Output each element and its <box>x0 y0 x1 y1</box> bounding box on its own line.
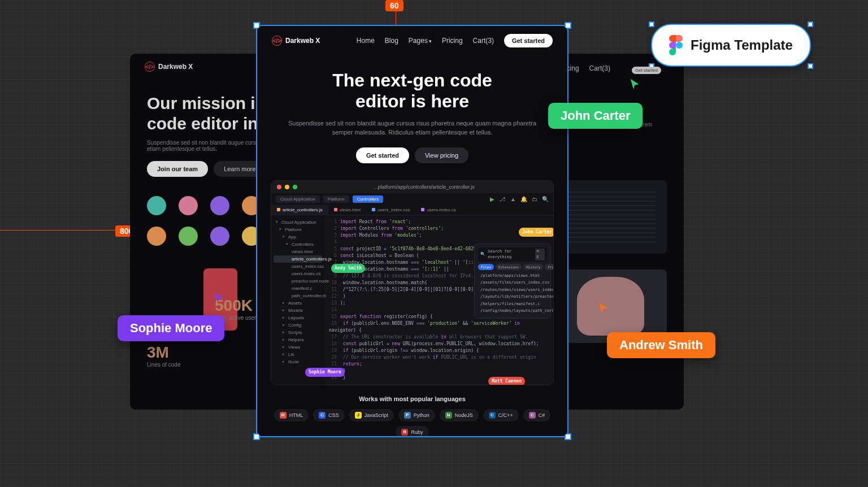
search-popover[interactable]: 🔍Search for everything⌘ E FilesExtension… <box>474 244 551 319</box>
tree-folder[interactable]: Views <box>274 343 322 351</box>
file-tab[interactable]: article_controllers.js <box>271 205 328 215</box>
tree-folder[interactable]: Lib <box>274 351 322 358</box>
logo[interactable]: </>Darkweb X <box>145 62 193 72</box>
nav-cart[interactable]: Cart(3) <box>473 37 494 45</box>
window-titlebar: ...platform/app/controllers/article_cont… <box>271 181 553 193</box>
tree-file[interactable]: users_index.css <box>274 263 322 270</box>
cursor-label-matt: Matt Cannon <box>488 377 525 385</box>
cursor-label-sophie: Sophie Moore <box>305 368 345 377</box>
tree-file[interactable]: article_controllers.js <box>274 255 322 263</box>
play-icon[interactable]: ▶ <box>490 196 494 202</box>
tree-folder[interactable]: Scripts <box>274 329 322 336</box>
chevron-down-icon: ▾ <box>429 38 432 44</box>
tree-file[interactable]: path_controller.rb <box>274 292 322 299</box>
search-result[interactable]: /layouts/lib/notifiers/preactor.conf.nod… <box>478 293 547 301</box>
file-tab[interactable]: users_index.css <box>366 205 415 215</box>
branch-icon[interactable]: ⎇ <box>499 196 506 202</box>
distance-label-vertical: 60 <box>385 0 403 11</box>
search-tab[interactable]: Extensions <box>496 264 522 270</box>
tree-folder[interactable]: Layouts <box>274 314 322 321</box>
tree-file[interactable]: users-index.cs <box>274 270 322 277</box>
avatar <box>179 227 198 246</box>
cursor-label-john: John Carter <box>519 228 554 237</box>
search-icon[interactable]: 🔍 <box>542 196 549 202</box>
bell-icon[interactable]: 🔔 <box>520 196 527 202</box>
logo-icon: </> <box>272 36 282 46</box>
nav-pricing[interactable]: Pricing <box>442 37 463 45</box>
hover-label: Get started <box>632 67 661 74</box>
language-pill: CC/C++ <box>483 409 519 421</box>
minimize-icon <box>285 185 289 189</box>
avatar <box>210 227 229 246</box>
view-pricing-button[interactable]: View pricing <box>415 147 468 163</box>
tree-folder[interactable]: Helpers <box>274 336 322 343</box>
language-pill: HHTML <box>274 409 309 421</box>
join-team-button[interactable]: Join our team <box>147 161 208 177</box>
crumb-active[interactable]: Controllers <box>353 195 384 203</box>
logo[interactable]: </>Darkweb X <box>272 36 320 46</box>
logo-icon: </> <box>145 62 155 72</box>
brand-name: Darkweb X <box>285 37 320 45</box>
editor-file-tabs: article_controllers.jsviews.htmlusers_in… <box>271 205 553 215</box>
stat-label: Lines of code <box>147 362 181 368</box>
get-started-button[interactable]: Get started <box>504 34 553 47</box>
cursor-andrew <box>597 302 609 316</box>
crumb[interactable]: Platform <box>323 195 349 203</box>
language-pills: HHTMLCCSSJJavaScriptPPythonNNodeJSCC/C++… <box>257 409 567 436</box>
figma-pill-label: Figma Template <box>691 37 793 53</box>
avatar <box>210 196 229 215</box>
resize-handle-tr[interactable] <box>808 21 813 27</box>
code-line: 3import Modules from 'modules'; <box>329 232 549 239</box>
resize-handle-br[interactable] <box>808 63 813 69</box>
nav-blog[interactable]: Blog <box>385 37 398 45</box>
search-result[interactable]: /helpers/files/manifest.c <box>478 301 547 308</box>
code-line: 16 if (publicUrl.env.NODE_ENV === 'produ… <box>329 320 549 334</box>
crumb[interactable]: Cloud Application <box>276 195 320 203</box>
figma-logo-icon <box>669 35 683 55</box>
tree-folder[interactable]: App <box>274 233 322 241</box>
search-result[interactable]: /config/nodes/layouts/path_coroder.rb <box>478 307 547 315</box>
code-line: 22 } <box>329 368 549 375</box>
cursor-label-andy: Andy Smith <box>331 264 365 273</box>
search-tab[interactable]: Files <box>478 264 494 270</box>
tree-folder[interactable]: Models <box>274 307 322 314</box>
tree-folder[interactable]: Cloud Application <box>274 219 322 226</box>
cursor-john <box>628 78 641 93</box>
brand-name: Darkweb X <box>158 63 193 71</box>
file-tree[interactable]: Cloud ApplicationPlatformAppControllersv… <box>271 215 324 385</box>
code-view[interactable]: John Carter Andy Smith Sophie Moore Matt… <box>324 215 553 385</box>
code-photo <box>554 180 667 254</box>
tree-file[interactable]: preactor.conf.node <box>274 277 322 285</box>
artboard-home[interactable]: </>Darkweb X Home Blog Pages▾ Pricing Ca… <box>257 26 567 436</box>
search-tab[interactable]: Projects <box>545 264 554 270</box>
nav-pages[interactable]: Pages▾ <box>409 37 432 45</box>
search-result[interactable]: /routes/nodes/views/users_index.cs <box>478 286 547 294</box>
get-started-button[interactable]: Get started <box>356 147 409 163</box>
language-pill: CCSS <box>313 409 345 421</box>
code-line: 21 return; <box>329 361 549 368</box>
search-result[interactable]: /platform/apps/views.html <box>478 272 547 280</box>
file-tab[interactable]: users-index.cs <box>415 205 462 215</box>
person-icon[interactable]: ▲ <box>510 196 516 202</box>
search-result[interactable]: /assets/files/users_index.css <box>478 279 547 286</box>
tree-file[interactable]: views.html <box>274 248 322 255</box>
tree-folder[interactable]: Controllers <box>274 241 322 248</box>
nav-cart[interactable]: Cart(3) <box>589 64 610 72</box>
file-tab[interactable]: views.html <box>328 205 366 215</box>
search-tab[interactable]: History <box>523 264 543 270</box>
tree-file[interactable]: manifest.c <box>274 285 322 292</box>
tree-folder[interactable]: Platform <box>274 226 322 233</box>
resize-handle-tl[interactable] <box>649 21 654 27</box>
code-editor-mock: ...platform/app/controllers/article_cont… <box>271 180 554 385</box>
tree-folder[interactable]: Assets <box>274 299 322 307</box>
code-line: 20 // Our service worker won't work if P… <box>329 354 549 361</box>
folder-icon[interactable]: 🗀 <box>532 196 537 202</box>
avatar <box>179 196 198 215</box>
close-icon <box>277 185 281 189</box>
tree-folder[interactable]: Config <box>274 321 322 329</box>
figma-template-pill[interactable]: Figma Template <box>651 24 811 67</box>
hero: The next-gen codeeditor is here Suspendi… <box>257 55 567 169</box>
language-pill: CC# <box>523 409 551 421</box>
nav-home[interactable]: Home <box>357 37 375 45</box>
tree-folder[interactable]: Node <box>274 358 322 366</box>
